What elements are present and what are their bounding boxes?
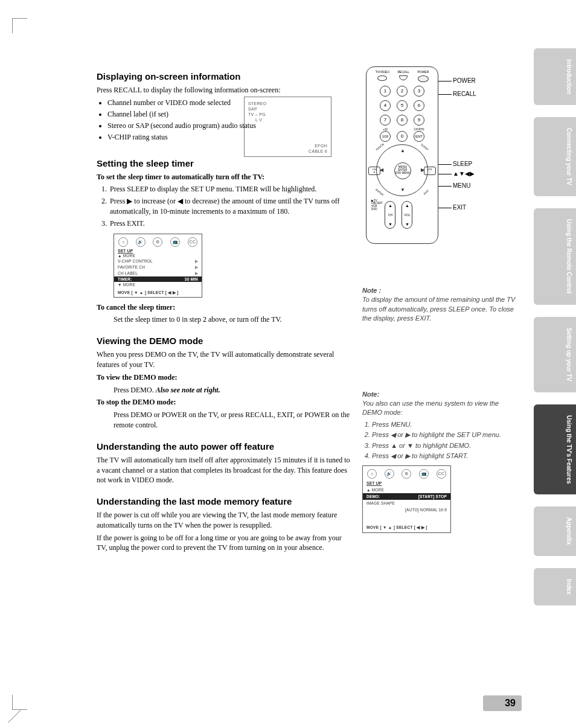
menu-icon: 📺 [170, 237, 180, 247]
step: Press SLEEP to display the SET UP menu. … [109, 184, 350, 194]
remote-dpad: TV/VCR SLEEP ENTER EXIT ▲ ▼ ▶ ◀ MENU/ENT… [376, 144, 428, 196]
heading-sleep-timer: Setting the sleep timer [97, 158, 350, 168]
side-tab-setting-up: Setting up your TV [534, 317, 576, 392]
page-number: 39 [483, 695, 522, 711]
num-button: 2 [397, 86, 408, 97]
osd-setup-menu-timer: ⌂ 🔊 ⚙ 📺 CC SET UP ▲ MORE V-CHIP CONTROL▶… [114, 234, 202, 298]
remote-mode-row: ▶TV CBL/SAT VCR DVD ▲CH▼ ▲VOL▼ [366, 199, 438, 229]
remote-illustration: POWER RECALL SLEEP ▲▼◀▶ MENU EXIT TV/VID… [362, 66, 519, 244]
osd-line: STEREO [248, 101, 327, 106]
dpad-corner: SLEEP [421, 142, 429, 150]
arrow-down-icon: ▼ [400, 187, 405, 193]
num-button: 3 [414, 86, 424, 97]
remote-label: TV/VIDEO [376, 71, 389, 74]
remote-sublabel: CH RTN [414, 128, 424, 131]
menu-row: ▲ MORE [363, 487, 450, 493]
num-button-ent: ENT [414, 131, 424, 142]
subhead-set-sleep: To set the sleep timer to automatically … [97, 172, 350, 182]
right-column: POWER RECALL SLEEP ▲▼◀▶ MENU EXIT TV/VID… [362, 66, 519, 538]
menu-row-highlighted: TIMER:30 MIN [114, 276, 202, 282]
recall-button-icon [399, 75, 408, 80]
heading-display-info: Displaying on-screen information [97, 71, 350, 81]
osd-line: EFGH [309, 144, 327, 148]
vol-rocker: ▲VOL▼ [402, 201, 412, 229]
num-button: 8 [397, 115, 408, 126]
dpad-ch-rocker: CH▲ [368, 167, 380, 175]
ch-rocker: ▲CH▼ [385, 201, 395, 229]
note-body: To display the amount of time remaining … [362, 295, 519, 323]
side-tab-appendix: Appendix [534, 506, 576, 556]
num-button: 5 [397, 100, 408, 111]
step: Press EXIT. [109, 219, 350, 229]
text-cancel-sleep: Set the sleep timer to 0 in step 2 above… [114, 315, 350, 325]
osd-line: TV – PG [248, 112, 327, 117]
dpad-corner: ENTER [375, 188, 384, 196]
steps-sleep: Press SLEEP to display the SET UP menu. … [105, 184, 350, 228]
note-sleep: Note : To display the amount of time rem… [362, 286, 519, 324]
dpad-corner: TV/VCR [375, 142, 385, 151]
num-button: 1 [380, 86, 391, 97]
side-tab-index: Index [534, 568, 576, 605]
side-tabs: Introduction Connecting your TV Using th… [534, 48, 576, 605]
menu-title: SET UP [363, 481, 450, 487]
heading-last-mode: Understanding the last mode memory featu… [97, 496, 350, 506]
osd-setup-menu-demo: ⌂ 🔊 ⚙ 📺 CC SET UP ▲ MORE DEMO:[START] ST… [362, 465, 451, 532]
num-button: 4 [380, 100, 391, 111]
remote-sublabel [397, 128, 408, 131]
callout-arrows: ▲▼◀▶ [453, 170, 475, 177]
note-demo: Note: You also can use the menu system t… [362, 390, 519, 533]
note-intro: You also can use the menu system to view… [362, 399, 519, 418]
menu-title: SET UP [114, 249, 202, 253]
menu-footer: MOVE [ ▼ ▲ ] SELECT [ ◀ ▶ ] [363, 522, 450, 532]
menu-icon: 🔊 [385, 469, 394, 479]
menu-icon: ⌂ [367, 469, 377, 479]
note-steps: Press MENU. Press ◀ or ▶ to highlight th… [372, 420, 519, 461]
menu-row: [AUTO] NORMAL 16:9 [363, 506, 450, 513]
callout-recall: RECALL [453, 91, 476, 97]
tvvideo-button-icon [377, 75, 387, 81]
callout-exit: EXIT [453, 204, 466, 211]
menu-icon: ⚙ [402, 469, 411, 479]
menu-row: IMAGE SHAPE [363, 500, 450, 506]
crop-mark-bl [12, 695, 27, 710]
menu-row-highlighted: DEMO:[START] STOP [363, 493, 450, 500]
side-tab-features: Using the TV's Features [534, 404, 576, 495]
num-button: 7 [380, 115, 391, 126]
text-auto-power-off: The TV will automatically turn itself of… [97, 455, 350, 485]
num-button-100: 100 [380, 131, 391, 142]
menu-icon: CC [437, 469, 446, 479]
remote-label: RECALL [398, 71, 409, 74]
num-button-0: 0 [397, 131, 408, 142]
remote-control: TV/VIDEO RECALL POWER 1 2 3 4 5 6 7 8 9 … [366, 66, 438, 244]
osd-display-box: STEREO SAP TV – PG L V EFGH CABLE 6 [244, 97, 331, 157]
menu-icon: 📺 [419, 469, 429, 479]
note-step: Press ◀ or ▶ to highlight the SET UP men… [372, 430, 519, 439]
side-tab-introduction: Introduction [534, 48, 576, 105]
callout-menu: MENU [453, 182, 470, 189]
power-button-icon [418, 75, 429, 82]
note-title: Note: [362, 390, 519, 399]
arrow-up-icon: ▲ [400, 148, 405, 153]
menu-icon: CC [188, 237, 197, 247]
text-display-intro: Press RECALL to display the following in… [97, 85, 350, 95]
note-title: Note : [362, 286, 519, 295]
text-last-mode-1: If the power is cut off while you are vi… [97, 510, 350, 531]
menu-row: ▲ MORE [114, 253, 202, 258]
dpad-corner: EXIT [423, 189, 430, 195]
heading-auto-power-off: Understanding the auto power off feature [97, 441, 350, 452]
callout-power: POWER [453, 77, 476, 84]
subhead-cancel-sleep: To cancel the sleep timer: [97, 302, 350, 313]
text-last-mode-2: If the power is going to be off for a lo… [97, 533, 350, 554]
menu-row: FAVORITE CH▶ [114, 264, 202, 270]
num-button: 9 [414, 115, 424, 126]
text-stop-demo: Press DEMO or POWER on the TV, or press … [114, 410, 350, 430]
menu-footer: MOVE [ ▼ ▲ ] SELECT [ ◀ ▶ ] [114, 287, 202, 297]
note-step: Press ◀ or ▶ to highlight START. [372, 452, 519, 461]
osd-line: CABLE 6 [309, 149, 327, 154]
menu-icon: ⌂ [118, 237, 128, 247]
remote-sublabel: +10 [380, 128, 391, 131]
note-step: Press ▲ or ▼ to highlight DEMO. [372, 441, 519, 450]
subhead-view-demo: To view the DEMO mode: [97, 372, 350, 383]
text-view-demo: Press DEMO. Also see note at right. [114, 385, 350, 395]
remote-label: POWER [417, 71, 429, 74]
